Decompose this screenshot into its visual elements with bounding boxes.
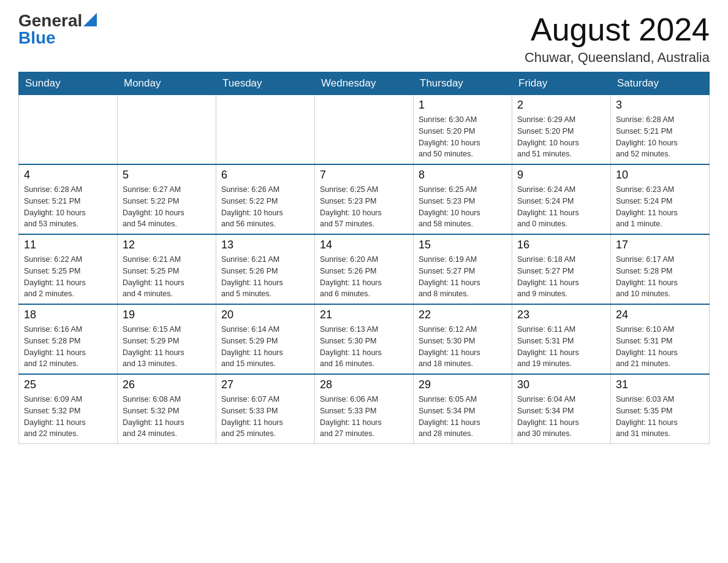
day-number: 13 bbox=[221, 239, 309, 251]
location-subtitle: Chuwar, Queensland, Australia bbox=[525, 50, 710, 66]
day-info: Sunrise: 6:17 AMSunset: 5:28 PMDaylight:… bbox=[616, 254, 704, 300]
day-info: Sunrise: 6:22 AMSunset: 5:25 PMDaylight:… bbox=[24, 254, 112, 300]
day-info: Sunrise: 6:16 AMSunset: 5:28 PMDaylight:… bbox=[24, 324, 112, 370]
day-number: 20 bbox=[221, 308, 309, 321]
calendar-header-saturday: Saturday bbox=[611, 72, 710, 95]
day-number: 4 bbox=[24, 169, 112, 182]
calendar-cell: 15Sunrise: 6:19 AMSunset: 5:27 PMDayligh… bbox=[414, 234, 512, 304]
calendar-week-row: 4Sunrise: 6:28 AMSunset: 5:21 PMDaylight… bbox=[19, 164, 710, 234]
day-number: 12 bbox=[123, 239, 211, 251]
day-number: 30 bbox=[517, 378, 605, 391]
day-info: Sunrise: 6:12 AMSunset: 5:30 PMDaylight:… bbox=[419, 324, 507, 370]
day-info: Sunrise: 6:30 AMSunset: 5:20 PMDaylight:… bbox=[419, 114, 507, 160]
day-number: 28 bbox=[320, 378, 408, 391]
calendar-cell: 8Sunrise: 6:25 AMSunset: 5:23 PMDaylight… bbox=[414, 164, 512, 234]
calendar-cell: 12Sunrise: 6:21 AMSunset: 5:25 PMDayligh… bbox=[118, 234, 216, 304]
calendar-cell: 5Sunrise: 6:27 AMSunset: 5:22 PMDaylight… bbox=[118, 164, 216, 234]
day-number: 26 bbox=[123, 378, 211, 391]
calendar-cell: 27Sunrise: 6:07 AMSunset: 5:33 PMDayligh… bbox=[216, 374, 315, 444]
calendar-cell: 20Sunrise: 6:14 AMSunset: 5:29 PMDayligh… bbox=[216, 304, 315, 374]
day-number: 15 bbox=[419, 239, 507, 251]
calendar-cell: 18Sunrise: 6:16 AMSunset: 5:28 PMDayligh… bbox=[19, 304, 118, 374]
calendar-cell: 16Sunrise: 6:18 AMSunset: 5:27 PMDayligh… bbox=[512, 234, 611, 304]
calendar-cell: 19Sunrise: 6:15 AMSunset: 5:29 PMDayligh… bbox=[118, 304, 216, 374]
day-info: Sunrise: 6:18 AMSunset: 5:27 PMDaylight:… bbox=[517, 254, 605, 300]
day-number: 19 bbox=[123, 308, 211, 321]
calendar-cell: 30Sunrise: 6:04 AMSunset: 5:34 PMDayligh… bbox=[512, 374, 611, 444]
calendar-cell: 29Sunrise: 6:05 AMSunset: 5:34 PMDayligh… bbox=[414, 374, 512, 444]
calendar-week-row: 25Sunrise: 6:09 AMSunset: 5:32 PMDayligh… bbox=[19, 374, 710, 444]
calendar-cell: 10Sunrise: 6:23 AMSunset: 5:24 PMDayligh… bbox=[611, 164, 710, 234]
day-number: 18 bbox=[24, 308, 112, 321]
day-number: 6 bbox=[221, 169, 309, 182]
month-year-title: August 2024 bbox=[525, 12, 710, 47]
day-number: 14 bbox=[320, 239, 408, 251]
day-number: 23 bbox=[517, 308, 605, 321]
day-info: Sunrise: 6:11 AMSunset: 5:31 PMDaylight:… bbox=[517, 324, 605, 370]
calendar-cell: 25Sunrise: 6:09 AMSunset: 5:32 PMDayligh… bbox=[19, 374, 118, 444]
day-info: Sunrise: 6:25 AMSunset: 5:23 PMDaylight:… bbox=[320, 184, 408, 230]
day-number: 24 bbox=[616, 308, 704, 321]
day-info: Sunrise: 6:27 AMSunset: 5:22 PMDaylight:… bbox=[123, 184, 211, 230]
day-info: Sunrise: 6:24 AMSunset: 5:24 PMDaylight:… bbox=[517, 184, 605, 230]
calendar-cell: 4Sunrise: 6:28 AMSunset: 5:21 PMDaylight… bbox=[19, 164, 118, 234]
calendar-cell: 1Sunrise: 6:30 AMSunset: 5:20 PMDaylight… bbox=[414, 95, 512, 165]
page-header: General Blue August 2024 Chuwar, Queensl… bbox=[18, 12, 710, 66]
calendar-cell: 6Sunrise: 6:26 AMSunset: 5:22 PMDaylight… bbox=[216, 164, 315, 234]
calendar-header-wednesday: Wednesday bbox=[315, 72, 414, 95]
day-info: Sunrise: 6:25 AMSunset: 5:23 PMDaylight:… bbox=[419, 184, 507, 230]
day-info: Sunrise: 6:28 AMSunset: 5:21 PMDaylight:… bbox=[616, 114, 704, 160]
calendar-table: SundayMondayTuesdayWednesdayThursdayFrid… bbox=[18, 72, 710, 444]
calendar-cell: 7Sunrise: 6:25 AMSunset: 5:23 PMDaylight… bbox=[315, 164, 414, 234]
calendar-week-row: 18Sunrise: 6:16 AMSunset: 5:28 PMDayligh… bbox=[19, 304, 710, 374]
day-number: 5 bbox=[123, 169, 211, 182]
day-info: Sunrise: 6:21 AMSunset: 5:26 PMDaylight:… bbox=[221, 254, 309, 300]
calendar-header-row: SundayMondayTuesdayWednesdayThursdayFrid… bbox=[19, 72, 710, 95]
day-info: Sunrise: 6:03 AMSunset: 5:35 PMDaylight:… bbox=[616, 394, 704, 440]
day-number: 25 bbox=[24, 378, 112, 391]
day-info: Sunrise: 6:06 AMSunset: 5:33 PMDaylight:… bbox=[320, 394, 408, 440]
calendar-header-sunday: Sunday bbox=[19, 72, 118, 95]
day-info: Sunrise: 6:20 AMSunset: 5:26 PMDaylight:… bbox=[320, 254, 408, 300]
day-number: 3 bbox=[616, 99, 704, 112]
calendar-week-row: 11Sunrise: 6:22 AMSunset: 5:25 PMDayligh… bbox=[19, 234, 710, 304]
day-number: 22 bbox=[419, 308, 507, 321]
day-info: Sunrise: 6:26 AMSunset: 5:22 PMDaylight:… bbox=[221, 184, 309, 230]
day-number: 10 bbox=[616, 169, 704, 182]
day-number: 9 bbox=[517, 169, 605, 182]
day-info: Sunrise: 6:10 AMSunset: 5:31 PMDaylight:… bbox=[616, 324, 704, 370]
day-info: Sunrise: 6:15 AMSunset: 5:29 PMDaylight:… bbox=[123, 324, 211, 370]
calendar-cell bbox=[19, 95, 118, 165]
calendar-cell: 11Sunrise: 6:22 AMSunset: 5:25 PMDayligh… bbox=[19, 234, 118, 304]
calendar-header-friday: Friday bbox=[512, 72, 611, 95]
day-info: Sunrise: 6:21 AMSunset: 5:25 PMDaylight:… bbox=[123, 254, 211, 300]
calendar-cell: 14Sunrise: 6:20 AMSunset: 5:26 PMDayligh… bbox=[315, 234, 414, 304]
day-info: Sunrise: 6:04 AMSunset: 5:34 PMDaylight:… bbox=[517, 394, 605, 440]
day-number: 16 bbox=[517, 239, 605, 251]
calendar-cell: 24Sunrise: 6:10 AMSunset: 5:31 PMDayligh… bbox=[611, 304, 710, 374]
day-number: 17 bbox=[616, 239, 704, 251]
calendar-cell: 28Sunrise: 6:06 AMSunset: 5:33 PMDayligh… bbox=[315, 374, 414, 444]
day-info: Sunrise: 6:05 AMSunset: 5:34 PMDaylight:… bbox=[419, 394, 507, 440]
logo-general-text: General bbox=[18, 12, 82, 29]
title-block: August 2024 Chuwar, Queensland, Australi… bbox=[525, 12, 710, 66]
logo-triangle-icon bbox=[83, 13, 97, 26]
day-number: 1 bbox=[419, 99, 507, 112]
day-number: 27 bbox=[221, 378, 309, 391]
day-number: 7 bbox=[320, 169, 408, 182]
day-number: 31 bbox=[616, 378, 704, 391]
day-info: Sunrise: 6:28 AMSunset: 5:21 PMDaylight:… bbox=[24, 184, 112, 230]
calendar-week-row: 1Sunrise: 6:30 AMSunset: 5:20 PMDaylight… bbox=[19, 95, 710, 165]
calendar-cell: 31Sunrise: 6:03 AMSunset: 5:35 PMDayligh… bbox=[611, 374, 710, 444]
day-info: Sunrise: 6:08 AMSunset: 5:32 PMDaylight:… bbox=[123, 394, 211, 440]
logo-blue-text: Blue bbox=[18, 29, 56, 47]
calendar-cell: 22Sunrise: 6:12 AMSunset: 5:30 PMDayligh… bbox=[414, 304, 512, 374]
calendar-cell: 21Sunrise: 6:13 AMSunset: 5:30 PMDayligh… bbox=[315, 304, 414, 374]
calendar-cell: 9Sunrise: 6:24 AMSunset: 5:24 PMDaylight… bbox=[512, 164, 611, 234]
calendar-cell: 2Sunrise: 6:29 AMSunset: 5:20 PMDaylight… bbox=[512, 95, 611, 165]
day-number: 21 bbox=[320, 308, 408, 321]
day-number: 2 bbox=[517, 99, 605, 112]
calendar-header-tuesday: Tuesday bbox=[216, 72, 315, 95]
calendar-header-thursday: Thursday bbox=[414, 72, 512, 95]
logo: General Blue bbox=[18, 12, 97, 47]
